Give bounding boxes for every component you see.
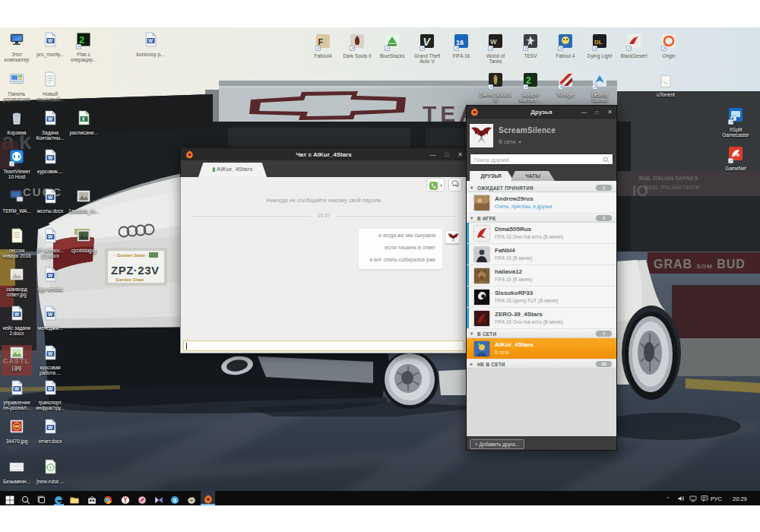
svg-text:IO: IO [632,182,648,199]
svg-text:W: W [48,386,53,391]
svg-text:Garden State: Garden State [116,277,144,282]
svg-text:W: W [48,425,53,430]
svg-text:W: W [490,38,497,46]
svg-text:W: W [48,116,53,122]
svg-text:REAL ITALIAN TASTE: REAL ITALIAN TASTE [644,185,700,190]
svg-text:W: W [48,273,53,278]
svg-text:X: X [82,116,86,122]
svg-text:S: S [173,496,177,503]
svg-text:DL: DL [594,39,603,46]
svg-text:RIAL ITALIAN SAFRA'S: RIAL ITALIAN SAFRA'S [639,176,698,181]
svg-text:W: W [48,351,53,356]
svg-text:W: W [48,38,53,43]
svg-text:W: W [48,155,53,160]
svg-text:W: W [48,312,53,317]
svg-text:W: W [148,38,154,43]
svg-text:16: 16 [456,39,464,46]
svg-text:W: W [48,234,53,239]
svg-text:· Garden State ·: · Garden State · [114,253,148,258]
svg-text:W: W [14,386,20,391]
svg-text:W: W [14,312,20,317]
svg-text:ZPZ·23V: ZPZ·23V [111,264,160,277]
svg-text:W: W [48,195,53,200]
